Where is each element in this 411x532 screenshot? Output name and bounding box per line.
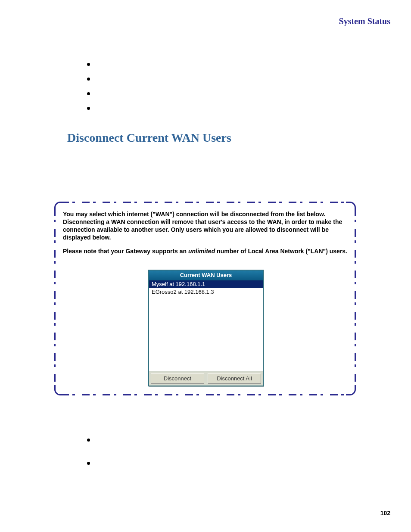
panel-paragraph-2: Please note that your Gateway supports a… bbox=[63, 247, 347, 255]
wan-user-item[interactable]: Myself at 192.168.1.1 bbox=[149, 280, 263, 288]
wan-users-list[interactable]: Myself at 192.168.1.1 EGrosso2 at 192.16… bbox=[149, 280, 263, 371]
document-page: System Status Disconnect Current WAN Use… bbox=[0, 0, 411, 532]
panel-description: You may select which internet ("WAN") co… bbox=[63, 210, 347, 255]
panel-paragraph-2-pre: Please note that your Gateway supports a… bbox=[63, 248, 188, 255]
panel-border-right bbox=[355, 208, 356, 389]
note-panel: You may select which internet ("WAN") co… bbox=[54, 202, 356, 395]
wan-user-item[interactable]: EGrosso2 at 192.168.1.3 bbox=[149, 288, 263, 296]
section-heading: Disconnect Current WAN Users bbox=[67, 131, 231, 145]
panel-border-left bbox=[54, 208, 56, 389]
page-number: 102 bbox=[380, 510, 390, 516]
panel-corner bbox=[346, 386, 356, 395]
page-header-title: System Status bbox=[339, 16, 390, 26]
panel-border-bottom bbox=[61, 394, 349, 395]
disconnect-all-button[interactable]: Disconnect All bbox=[208, 373, 261, 384]
panel-paragraph-2-post: number of Local Area Network ("LAN") use… bbox=[215, 248, 347, 255]
disconnect-button[interactable]: Disconnect bbox=[151, 373, 204, 384]
panel-border-top bbox=[61, 202, 349, 203]
wan-users-widget: Current WAN Users Myself at 192.168.1.1 … bbox=[148, 270, 264, 386]
panel-corner bbox=[346, 202, 356, 212]
wan-buttons-row: Disconnect Disconnect All bbox=[149, 371, 263, 386]
panel-corner bbox=[54, 386, 64, 395]
panel-paragraph-1: You may select which internet ("WAN") co… bbox=[63, 210, 347, 241]
panel-paragraph-2-em: unlimited bbox=[188, 248, 215, 255]
wan-users-title: Current WAN Users bbox=[149, 271, 263, 280]
